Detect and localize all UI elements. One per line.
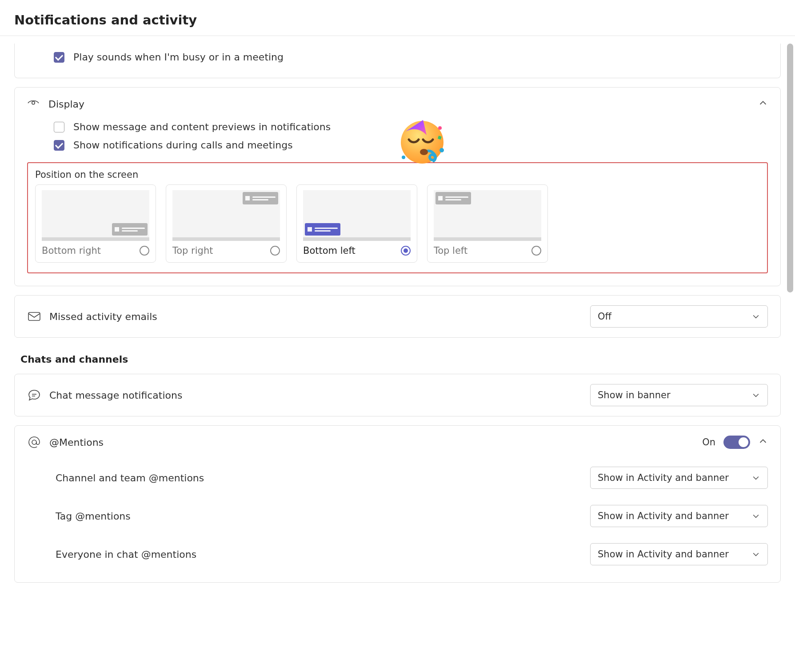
at-icon	[27, 436, 41, 449]
radio-top-left[interactable]	[531, 246, 541, 256]
settings-page: Notifications and activity Play sounds w…	[0, 0, 795, 672]
position-option-bottom-left[interactable]: Bottom left	[296, 184, 417, 263]
position-title: Position on the screen	[35, 169, 760, 180]
position-label: Top left	[434, 245, 467, 256]
checkbox-play-sounds-busy[interactable]	[54, 52, 64, 63]
dropdown-tag-mentions[interactable]: Show in Activity and banner	[590, 505, 768, 527]
missed-emails-label: Missed activity emails	[49, 311, 582, 322]
calls-option-row: Show notifications during calls and meet…	[27, 136, 768, 154]
chat-icon	[27, 389, 41, 401]
chevron-down-icon	[751, 391, 760, 400]
radio-bottom-right[interactable]	[140, 246, 149, 256]
svg-rect-1	[28, 312, 40, 320]
chats-channels-heading: Chats and channels	[20, 354, 795, 365]
checkbox-show-previews[interactable]	[54, 122, 64, 132]
position-option-top-right[interactable]: Top right	[166, 184, 287, 263]
dropdown-channel-team-mentions[interactable]: Show in Activity and banner	[590, 467, 768, 489]
svg-point-0	[32, 101, 35, 104]
mention-row-everyone: Everyone in chat @mentions Show in Activ…	[15, 535, 780, 579]
radio-top-right[interactable]	[270, 246, 280, 256]
position-option-top-left[interactable]: Top left	[427, 184, 548, 263]
chat-notifications-dropdown[interactable]: Show in banner	[590, 384, 768, 406]
mentions-title: @Mentions	[49, 437, 694, 448]
mention-row-tag: Tag @mentions Show in Activity and banne…	[15, 497, 780, 535]
display-header[interactable]: Display	[27, 98, 768, 110]
chat-notifications-label: Chat message notifications	[49, 390, 582, 401]
display-icon	[27, 99, 40, 109]
sound-card-tail: Play sounds when I'm busy or in a meetin…	[14, 44, 781, 78]
chevron-down-icon	[751, 550, 760, 559]
position-label: Top right	[172, 245, 213, 256]
missed-emails-card: Missed activity emails Off	[14, 295, 781, 338]
chevron-down-icon	[751, 512, 760, 520]
sound-busy-row: Play sounds when I'm busy or in a meetin…	[27, 48, 768, 66]
titlebar: Notifications and activity	[0, 0, 795, 36]
scroll-region[interactable]: Play sounds when I'm busy or in a meetin…	[0, 44, 795, 672]
chevron-up-icon[interactable]	[758, 98, 768, 110]
preview-option-row: Show message and content previews in not…	[27, 118, 768, 136]
svg-point-4	[32, 440, 36, 444]
position-label: Bottom left	[303, 245, 356, 256]
mentions-header[interactable]: @Mentions On	[15, 426, 780, 459]
display-title: Display	[48, 99, 84, 110]
position-options: Bottom right Top right	[35, 184, 760, 263]
mention-row-channel-team: Channel and team @mentions Show in Activ…	[15, 459, 780, 497]
envelope-icon	[27, 311, 41, 322]
scrollbar-thumb[interactable]	[787, 44, 793, 292]
position-label: Bottom right	[42, 245, 101, 256]
mentions-toggle[interactable]	[723, 436, 750, 449]
chevron-down-icon	[751, 312, 760, 321]
position-option-bottom-right[interactable]: Bottom right	[35, 184, 156, 263]
calls-option-label: Show notifications during calls and meet…	[73, 140, 293, 151]
mentions-card: @Mentions On Channel and team @mentions …	[14, 425, 781, 583]
page-title: Notifications and activity	[14, 12, 795, 28]
mentions-toggle-label: On	[702, 437, 715, 448]
radio-bottom-left[interactable]	[401, 246, 411, 256]
sound-busy-label: Play sounds when I'm busy or in a meetin…	[73, 52, 284, 63]
display-card: Display Show message and content preview…	[14, 87, 781, 286]
preview-option-label: Show message and content previews in not…	[73, 121, 331, 132]
dropdown-everyone-mentions[interactable]: Show in Activity and banner	[590, 543, 768, 565]
checkbox-show-during-calls[interactable]	[54, 140, 64, 151]
missed-emails-dropdown[interactable]: Off	[590, 305, 768, 328]
chevron-up-icon[interactable]	[758, 436, 768, 448]
position-group-highlight: Position on the screen Bottom right	[27, 162, 768, 273]
chat-notifications-card: Chat message notifications Show in banne…	[14, 374, 781, 416]
chevron-down-icon	[751, 473, 760, 482]
